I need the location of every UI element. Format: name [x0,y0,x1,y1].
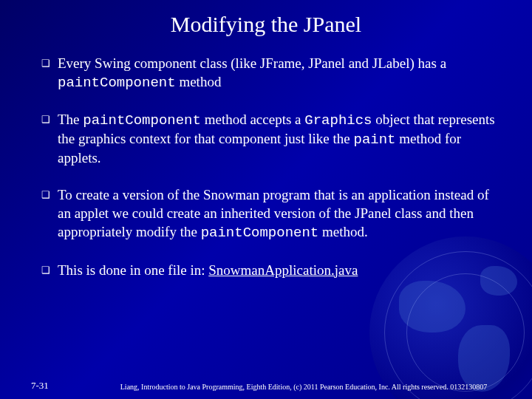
bullet-text: To create a version of the Snowman progr… [58,186,502,242]
slide-content: ❑ Every Swing component class (like JFra… [0,37,532,279]
bullet-item: ❑ Every Swing component class (like JFra… [41,55,502,92]
bullet-icon: ❑ [41,55,58,92]
slide-title: Modifying the JPanel [0,0,532,37]
slide-footer: 7-31 Liang, Introduction to Java Program… [0,380,532,395]
bullet-item: ❑ To create a version of the Snowman pro… [41,186,502,242]
bullet-icon: ❑ [41,111,58,167]
code-span: paintComponent [201,225,319,241]
bullet-item: ❑ This is done in one file in: SnowmanAp… [41,262,502,280]
code-span: paintComponent [58,75,176,91]
bullet-item: ❑ The paintComponent method accepts a Gr… [41,111,502,167]
bullet-text: The paintComponent method accepts a Grap… [58,111,502,167]
code-span: paint [353,132,395,148]
file-link: SnowmanApplication.java [208,262,358,278]
bullet-icon: ❑ [41,186,58,242]
page-number: 7-31 [31,380,90,392]
bullet-icon: ❑ [41,262,58,280]
bullet-text: Every Swing component class (like JFrame… [58,55,502,92]
code-span: Graphics [304,112,372,129]
bullet-text: This is done in one file in: SnowmanAppl… [58,262,502,280]
copyright-text: Liang, Introduction to Java Programming,… [90,383,517,392]
code-span: paintComponent [83,112,201,129]
